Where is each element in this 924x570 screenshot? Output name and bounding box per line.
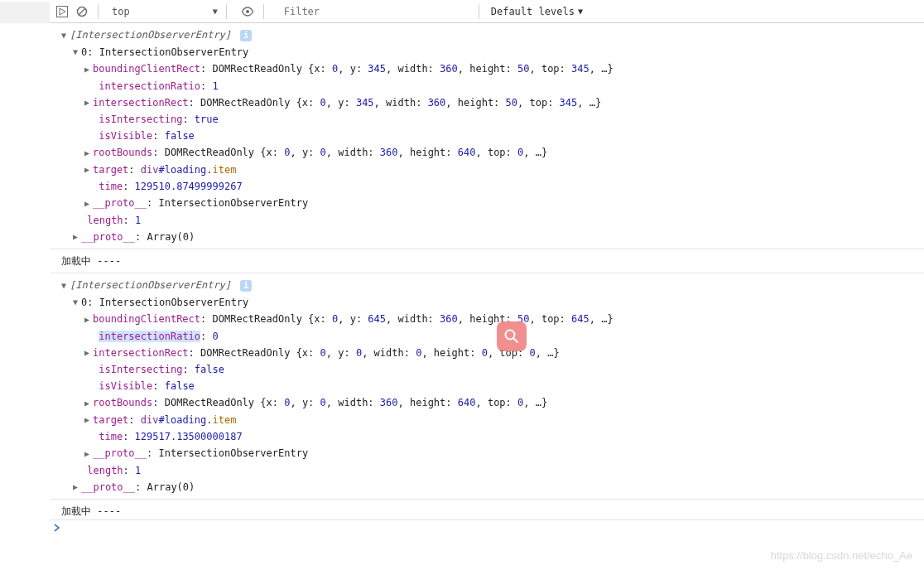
toolbar-separator [98,4,99,19]
watermark: https://blog.csdn.net/echo_Ae [771,549,912,562]
prop-intersectionRatio[interactable]: intersectionRatio: 0 [61,328,924,345]
live-expression-icon[interactable] [240,4,255,19]
info-badge-icon: i [240,280,252,292]
clear-console-icon[interactable] [75,4,89,19]
search-overlay-icon [497,321,527,351]
svg-line-2 [79,8,85,14]
log-array-header[interactable]: [IntersectionObserverEntry] i [61,27,924,44]
prop-time[interactable]: time: 129517.13500000187 [61,428,924,445]
info-badge-icon: i [240,30,252,41]
prop-intersectionRect[interactable]: intersectionRect: DOMRectReadOnly {x: 0,… [61,94,924,112]
prop-rootBounds[interactable]: rootBounds: DOMRectReadOnly {x: 0, y: 0,… [61,394,924,412]
log-entry-index[interactable]: 0: IntersectionObserverEntry [61,294,924,312]
prop-intersectionRect[interactable]: intersectionRect: DOMRectReadOnly {x: 0,… [61,345,924,362]
dropdown-triangle-icon: ▼ [213,7,218,16]
prop-boundingClientRect[interactable]: boundingClientRect: DOMRectReadOnly {x: … [61,60,924,78]
prop-boundingClientRect[interactable]: boundingClientRect: DOMRectReadOnly {x: … [61,311,924,328]
dropdown-triangle-icon: ▼ [578,7,583,16]
left-gutter [0,2,50,23]
prop-isIntersecting[interactable]: isIntersecting: true [61,111,924,128]
context-label: top [112,6,130,17]
prop-length[interactable]: length: 1 [61,462,924,479]
prop-proto[interactable]: __proto__: IntersectionObserverEntry [61,445,924,462]
toolbar-separator [263,4,264,19]
prop-intersectionRatio[interactable]: intersectionRatio: 1 [61,78,924,94]
log-levels-selector[interactable]: Default levels ▼ [491,6,583,17]
prop-isIntersecting[interactable]: isIntersecting: false [61,361,924,378]
svg-point-3 [246,10,249,13]
prop-rootBounds[interactable]: rootBounds: DOMRectReadOnly {x: 0, y: 0,… [61,144,924,162]
svg-line-5 [514,339,518,343]
prop-proto[interactable]: __proto__: Array(0) [61,479,924,496]
prop-length[interactable]: length: 1 [61,212,924,229]
prop-target[interactable]: target: div#loading.item [61,412,924,429]
prop-proto[interactable]: __proto__: IntersectionObserverEntry [61,195,924,212]
log-array-header[interactable]: [IntersectionObserverEntry] i [61,277,924,294]
prop-target[interactable]: target: div#loading.item [61,162,924,179]
console-output: [IntersectionObserverEntry] i0: Intersec… [50,23,924,519]
log-text-line: 加載中 ---- [61,253,924,269]
levels-label: Default levels [491,6,575,17]
console-prompt[interactable] [50,519,924,532]
prop-time[interactable]: time: 129510.87499999267 [61,178,924,195]
prop-isVisible[interactable]: isVisible: false [61,378,924,394]
log-entry-index[interactable]: 0: IntersectionObserverEntry [61,44,924,61]
play-script-icon[interactable] [55,4,70,19]
filter-input[interactable] [281,4,479,19]
prop-proto[interactable]: __proto__: Array(0) [61,229,924,246]
prop-isVisible[interactable]: isVisible: false [61,128,924,144]
console-toolbar: top ▼ Default levels ▼ [50,0,924,23]
context-selector[interactable]: top ▼ [107,4,227,19]
log-text-line: 加載中 ---- [61,503,924,519]
